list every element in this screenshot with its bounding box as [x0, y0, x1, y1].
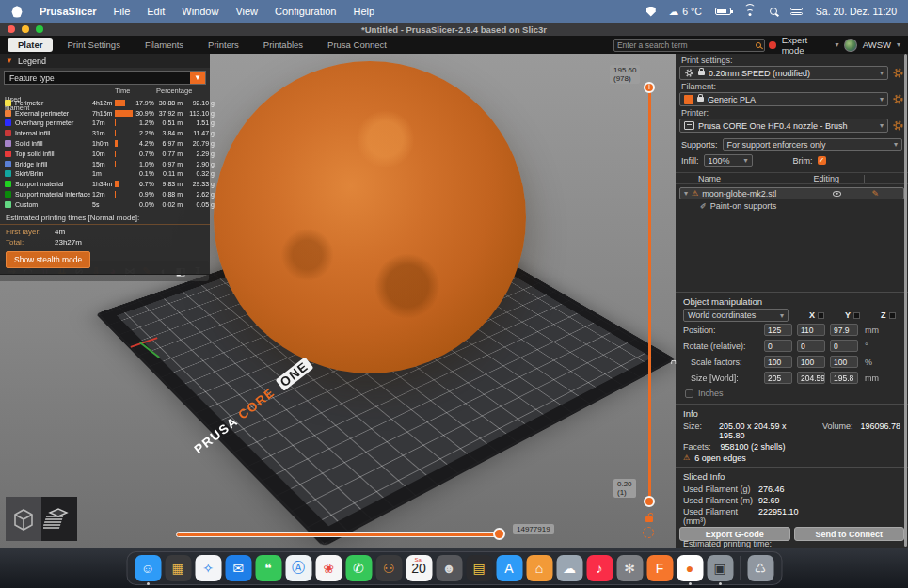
layer-slider-bottom-handle[interactable] — [644, 496, 655, 507]
move-slider-track[interactable] — [176, 532, 503, 537]
scale-z-field[interactable] — [830, 356, 858, 368]
tab-printables[interactable]: Printables — [253, 38, 313, 52]
dock-mail-icon[interactable]: ✉ — [225, 555, 251, 581]
dock-photos-icon[interactable]: ❀ — [315, 555, 342, 581]
slider-settings-icon[interactable] — [643, 527, 654, 538]
dock-calendar-icon[interactable]: 20Sa. — [406, 555, 432, 581]
axis-x-label: X — [809, 310, 815, 320]
editor-view-button[interactable] — [6, 497, 41, 541]
layer-slider-track[interactable] — [648, 89, 651, 501]
menu-view[interactable]: View — [235, 6, 258, 17]
object-row[interactable]: ▾ ⚠ moon-globe-mk2.stl ✎ — [679, 187, 904, 199]
dock-fusion-360-icon[interactable]: F — [646, 555, 673, 581]
print-settings-select[interactable]: 0.20mm SPEED (modified) ▾ — [679, 66, 888, 80]
scale-x-field[interactable] — [764, 356, 792, 368]
tab-printers[interactable]: Printers — [198, 38, 249, 52]
dock-weather-icon[interactable]: ☁ — [556, 555, 582, 581]
coordinates-select[interactable]: World coordinates ▾ — [683, 309, 789, 322]
preview-view-button[interactable] — [41, 497, 77, 541]
axis-z-box[interactable] — [889, 312, 896, 319]
menu-window[interactable]: Window — [182, 6, 218, 17]
inches-checkbox[interactable] — [685, 389, 693, 398]
model-moon-globe[interactable] — [214, 61, 526, 373]
move-slider-handle[interactable] — [493, 528, 505, 540]
wifi-icon[interactable] — [744, 7, 757, 16]
user-avatar[interactable] — [844, 39, 856, 52]
size-z-field[interactable] — [830, 372, 858, 384]
filament-select[interactable]: Generic PLA ▾ — [679, 92, 888, 106]
weather-widget[interactable]: ☁ 6 °C — [669, 6, 702, 17]
eye-icon[interactable] — [833, 191, 841, 197]
vpn-shield-icon[interactable] — [646, 7, 656, 17]
menu-configuration[interactable]: Configuration — [275, 6, 336, 17]
dock-messages-icon[interactable]: ❝ — [255, 555, 281, 581]
dock-trash-icon[interactable]: ♺ — [747, 555, 773, 581]
menu-app-name[interactable]: PrusaSlicer — [40, 6, 97, 17]
export-gcode-button[interactable]: Export G-code — [679, 527, 790, 541]
send-to-connect-button[interactable]: Send to Connect — [794, 527, 905, 541]
dock-system-settings-icon[interactable]: ✻ — [616, 555, 643, 581]
right-sidebar: Print settings: 0.20mm SPEED (modified) … — [676, 54, 908, 548]
tab-prusa-connect[interactable]: Prusa Connect — [317, 38, 397, 52]
control-center-icon[interactable] — [790, 8, 803, 16]
dock-wallet-icon[interactable]: ▤ — [466, 555, 492, 581]
position-label: Position: — [683, 326, 764, 335]
dock-maps-icon[interactable]: Ⓐ — [285, 555, 311, 581]
menu-edit[interactable]: Edit — [147, 6, 165, 17]
apple-menu-icon[interactable] — [11, 6, 23, 18]
size-x-field[interactable] — [764, 372, 792, 384]
dock-find-my-icon[interactable]: ⚇ — [375, 555, 402, 581]
rotate-z-field[interactable] — [830, 340, 858, 352]
scale-y-field[interactable] — [797, 356, 825, 368]
dock-backpack-icon[interactable]: ▣ — [707, 555, 733, 581]
menu-help[interactable]: Help — [353, 6, 374, 17]
tab-plater[interactable]: Plater — [8, 38, 53, 52]
position-y-field[interactable] — [797, 324, 825, 336]
rotate-x-field[interactable] — [764, 340, 792, 352]
edit-print-settings-gear-icon[interactable] — [892, 67, 904, 79]
rotate-y-field[interactable] — [797, 340, 825, 352]
position-x-field[interactable] — [764, 324, 792, 336]
search-input[interactable] — [617, 40, 756, 50]
edit-filament-gear-icon[interactable] — [892, 93, 904, 105]
collapse-arrow-icon[interactable]: ▼ — [6, 56, 13, 65]
open-edges-warning[interactable]: 6 open edges — [694, 453, 746, 463]
view-type-select[interactable]: Feature type ▼ — [4, 71, 206, 85]
tab-print-settings[interactable]: Print Settings — [56, 38, 131, 52]
edit-icon[interactable]: ✎ — [871, 189, 879, 199]
dropdown-arrow-icon[interactable]: ▼ — [190, 72, 205, 84]
unlock-icon[interactable] — [645, 516, 653, 522]
dock-finder-icon[interactable]: ☺ — [135, 555, 161, 581]
layer-slider-top-handle[interactable]: + — [644, 82, 655, 93]
printer-select[interactable]: Prusa CORE One HF0.4 nozzle - Brush ▾ — [679, 119, 888, 133]
object-sub-row[interactable]: ✐ Paint-on supports — [676, 199, 908, 211]
dock-safari-icon[interactable]: ✧ — [195, 555, 221, 581]
dock-home-icon[interactable]: ⌂ — [526, 555, 552, 581]
show-stealth-mode-button[interactable]: Show stealth mode — [6, 251, 90, 268]
mode-selector[interactable]: Expert mode — [782, 35, 830, 56]
dock-app-store-icon[interactable]: A — [496, 555, 522, 581]
legend-row-external-perimeter: External perimeter7h15m30.9%37.92 m113.1… — [0, 108, 210, 119]
user-name[interactable]: AWSW — [863, 40, 891, 50]
edit-printer-gear-icon[interactable] — [892, 119, 904, 132]
expand-arrow-icon[interactable]: ▾ — [684, 189, 688, 198]
battery-icon[interactable] — [715, 8, 731, 15]
brim-checkbox[interactable] — [818, 156, 826, 165]
sidebar-scrollbar[interactable] — [904, 54, 907, 547]
menu-file[interactable]: File — [114, 6, 131, 17]
infill-select[interactable]: 100% ▾ — [704, 154, 753, 167]
position-z-field[interactable] — [830, 324, 858, 336]
tab-filaments[interactable]: Filaments — [135, 38, 194, 52]
search-icon[interactable] — [756, 42, 761, 48]
dock-music-icon[interactable]: ♪ — [586, 555, 613, 581]
spotlight-icon[interactable] — [770, 8, 777, 15]
axis-x-box[interactable] — [818, 312, 824, 319]
size-y-field[interactable] — [797, 372, 825, 384]
dock-facetime-icon[interactable]: ✆ — [345, 555, 372, 581]
axis-y-box[interactable] — [853, 312, 860, 319]
dock-launchpad-icon[interactable]: ▦ — [165, 555, 191, 581]
menubar-clock[interactable]: Sa. 20. Dez. 11:20 — [816, 6, 897, 17]
dock-prusaslicer-icon[interactable]: ● — [677, 555, 703, 581]
dock-contacts-icon[interactable]: ☻ — [436, 555, 462, 581]
supports-select[interactable]: For support enforcers only ▾ — [723, 138, 902, 151]
